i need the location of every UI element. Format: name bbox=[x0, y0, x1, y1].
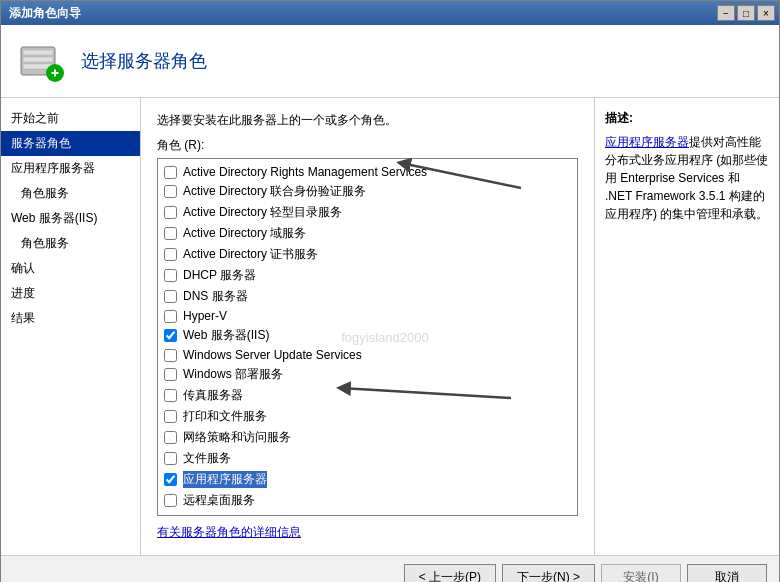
role-item[interactable]: 网络策略和访问服务 bbox=[164, 427, 571, 448]
role-checkbox[interactable] bbox=[164, 290, 177, 303]
role-checkbox[interactable] bbox=[164, 389, 177, 402]
role-item[interactable]: 打印和文件服务 bbox=[164, 406, 571, 427]
role-checkbox[interactable] bbox=[164, 269, 177, 282]
window-title: 添加角色向导 bbox=[9, 5, 81, 22]
dialog-header: 选择服务器角色 bbox=[1, 25, 779, 98]
close-button[interactable]: × bbox=[757, 5, 775, 21]
role-label: Active Directory 证书服务 bbox=[183, 246, 318, 263]
role-label: Active Directory 域服务 bbox=[183, 225, 306, 242]
role-checkbox[interactable] bbox=[164, 248, 177, 261]
role-item[interactable]: Active Directory 轻型目录服务 bbox=[164, 202, 571, 223]
maximize-button[interactable]: □ bbox=[737, 5, 755, 21]
role-item[interactable]: 应用程序服务器 bbox=[164, 469, 571, 490]
role-item[interactable]: Active Directory 联合身份验证服务 bbox=[164, 181, 571, 202]
role-label: Hyper-V bbox=[183, 309, 227, 323]
description-panel: 描述: 应用程序服务器提供对高性能分布式业务应用程序 (如那些使用 Enterp… bbox=[594, 98, 779, 555]
role-checkbox[interactable] bbox=[164, 494, 177, 507]
role-item[interactable]: Active Directory 证书服务 bbox=[164, 244, 571, 265]
footer: < 上一步(P) 下一步(N) > 安装(I) 取消 bbox=[1, 555, 779, 582]
role-label: Windows 部署服务 bbox=[183, 366, 283, 383]
sidebar-item-confirm[interactable]: 确认 bbox=[1, 256, 140, 281]
role-checkbox[interactable] bbox=[164, 410, 177, 423]
role-checkbox[interactable] bbox=[164, 431, 177, 444]
desc-text: 应用程序服务器提供对高性能分布式业务应用程序 (如那些使用 Enterprise… bbox=[605, 133, 769, 223]
role-item[interactable]: Active Directory Rights Management Servi… bbox=[164, 163, 571, 181]
role-item[interactable]: Windows 部署服务 bbox=[164, 364, 571, 385]
svg-rect-1 bbox=[23, 50, 53, 55]
role-label: 网络策略和访问服务 bbox=[183, 429, 291, 446]
role-label: Active Directory 轻型目录服务 bbox=[183, 204, 342, 221]
role-checkbox[interactable] bbox=[164, 185, 177, 198]
role-item[interactable]: 远程桌面服务 bbox=[164, 490, 571, 511]
role-checkbox[interactable] bbox=[164, 329, 177, 342]
dialog-title: 选择服务器角色 bbox=[81, 49, 207, 73]
role-item[interactable]: DHCP 服务器 bbox=[164, 265, 571, 286]
roles-label: 角色 (R): bbox=[157, 137, 578, 154]
role-item[interactable]: 传真服务器 bbox=[164, 385, 571, 406]
desc-title: 描述: bbox=[605, 110, 769, 127]
role-item[interactable]: 文件服务 bbox=[164, 448, 571, 469]
role-label: 应用程序服务器 bbox=[183, 471, 267, 488]
roles-list[interactable]: Active Directory Rights Management Servi… bbox=[157, 158, 578, 516]
sidebar-item-roles[interactable]: 服务器角色 bbox=[1, 131, 140, 156]
role-label: 文件服务 bbox=[183, 450, 231, 467]
instruction-text: 选择要安装在此服务器上的一个或多个角色。 bbox=[157, 112, 578, 129]
svg-rect-2 bbox=[23, 57, 53, 62]
role-label: 打印和文件服务 bbox=[183, 408, 267, 425]
sidebar: 开始之前 服务器角色 应用程序服务器 角色服务 Web 服务器(IIS) 角色服… bbox=[1, 98, 141, 555]
cancel-button[interactable]: 取消 bbox=[687, 564, 767, 582]
role-label: DHCP 服务器 bbox=[183, 267, 256, 284]
role-label: Web 服务器(IIS) bbox=[183, 327, 269, 344]
role-label: 远程桌面服务 bbox=[183, 492, 255, 509]
role-label: DNS 服务器 bbox=[183, 288, 248, 305]
install-button[interactable]: 安装(I) bbox=[601, 564, 681, 582]
minimize-button[interactable]: − bbox=[717, 5, 735, 21]
role-checkbox[interactable] bbox=[164, 227, 177, 240]
role-checkbox[interactable] bbox=[164, 206, 177, 219]
role-checkbox[interactable] bbox=[164, 473, 177, 486]
sidebar-item-app-server[interactable]: 应用程序服务器 bbox=[1, 156, 140, 181]
back-button[interactable]: < 上一步(P) bbox=[404, 564, 496, 582]
role-checkbox[interactable] bbox=[164, 349, 177, 362]
role-label: 传真服务器 bbox=[183, 387, 243, 404]
sidebar-item-progress[interactable]: 进度 bbox=[1, 281, 140, 306]
sidebar-item-role-service2[interactable]: 角色服务 bbox=[1, 231, 140, 256]
main-content: 选择要安装在此服务器上的一个或多个角色。 角色 (R): Active Dire… bbox=[141, 98, 594, 555]
detail-link[interactable]: 有关服务器角色的详细信息 bbox=[157, 524, 578, 541]
role-label: Active Directory 联合身份验证服务 bbox=[183, 183, 366, 200]
role-checkbox[interactable] bbox=[164, 166, 177, 179]
role-item[interactable]: DNS 服务器 bbox=[164, 286, 571, 307]
sidebar-item-start[interactable]: 开始之前 bbox=[1, 106, 140, 131]
role-label: Windows Server Update Services bbox=[183, 348, 362, 362]
role-label: Active Directory Rights Management Servi… bbox=[183, 165, 427, 179]
sidebar-item-result[interactable]: 结果 bbox=[1, 306, 140, 331]
role-item[interactable]: Active Directory 域服务 bbox=[164, 223, 571, 244]
role-item[interactable]: Web 服务器(IIS) bbox=[164, 325, 571, 346]
sidebar-item-role-service1[interactable]: 角色服务 bbox=[1, 181, 140, 206]
role-checkbox[interactable] bbox=[164, 452, 177, 465]
desc-link[interactable]: 应用程序服务器 bbox=[605, 135, 689, 149]
header-icon bbox=[17, 37, 65, 85]
role-checkbox[interactable] bbox=[164, 310, 177, 323]
svg-rect-6 bbox=[54, 70, 56, 77]
role-item[interactable]: Hyper-V bbox=[164, 307, 571, 325]
role-checkbox[interactable] bbox=[164, 368, 177, 381]
sidebar-item-web[interactable]: Web 服务器(IIS) bbox=[1, 206, 140, 231]
next-button[interactable]: 下一步(N) > bbox=[502, 564, 595, 582]
title-bar-controls: − □ × bbox=[717, 5, 775, 21]
role-item[interactable]: Windows Server Update Services bbox=[164, 346, 571, 364]
